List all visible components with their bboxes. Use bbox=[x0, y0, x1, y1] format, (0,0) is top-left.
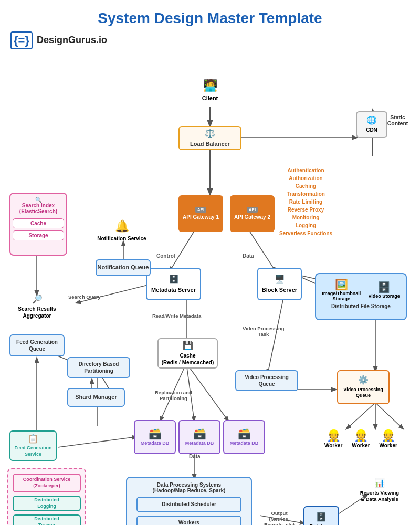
workers-inner-label: Workers bbox=[178, 519, 200, 525]
image-storage-node: 🖼️ Image/Thumbnail Storage bbox=[322, 278, 361, 301]
metadata-server-node: 🗄️ Metadata Server bbox=[146, 268, 201, 300]
client-node: 🧑‍💻 Client bbox=[192, 75, 228, 106]
brand-name: DesignGurus.io bbox=[37, 35, 107, 46]
svg-line-13 bbox=[346, 403, 375, 429]
diagram: 🧑‍💻 Client ⚖️ Load Balancer 🌐 CDN Static… bbox=[0, 54, 420, 525]
load-balancer-node: ⚖️ Load Balancer bbox=[178, 126, 242, 150]
storage-inner: Storage bbox=[13, 230, 64, 240]
brand-bar: {=} DesignGurus.io bbox=[0, 29, 420, 54]
search-results-node: 🔎 Search Results Aggregator bbox=[9, 292, 65, 321]
svg-line-18 bbox=[186, 363, 228, 421]
workers-inner-node: Workers bbox=[136, 516, 242, 525]
block-server-label: Block Server bbox=[262, 286, 297, 293]
metadata-db2-node: 🗃️ Metadata DB bbox=[178, 420, 220, 454]
video-proc-queue2-label: Video Processing Queue bbox=[343, 387, 383, 399]
client-label: Client bbox=[202, 94, 218, 102]
api-gateway-1: API API Gateway 1 bbox=[178, 195, 223, 232]
workers-row: 👷 Worker 👷 Worker 👷 Worker bbox=[324, 429, 397, 448]
feed-gen-queue-node: Feed Generation Queue bbox=[9, 334, 65, 356]
coord-service-node: Coordination Service (Zookeeper) bbox=[13, 474, 81, 492]
shard-manager-node: Shard Manager bbox=[67, 388, 125, 407]
dist-scheduler-node: Distributed Scheduler bbox=[136, 497, 242, 512]
data-label: Data bbox=[243, 253, 254, 259]
metadata-db3-label: Metadata DB bbox=[230, 440, 259, 447]
coord-service-label: Coordination Service (Zookeeper) bbox=[23, 477, 71, 489]
notif-queue-label: Notification Queue bbox=[98, 264, 149, 271]
control-label: Control bbox=[156, 253, 175, 259]
dist-logging-node: Distributed Logging bbox=[13, 496, 81, 511]
video-storage-node: 🗄️ Video Storage bbox=[368, 281, 400, 299]
notif-service-label: Notification Service bbox=[97, 235, 146, 242]
dist-tracing-node: Distributed Tracing bbox=[13, 514, 81, 525]
api-gateway-2: API API Gateway 2 bbox=[230, 195, 275, 232]
notification-service-node: 🔔 Notification Service bbox=[96, 216, 148, 245]
replication-label: Replication and Partitioning bbox=[155, 390, 192, 401]
data-label-dw: Data bbox=[189, 454, 201, 459]
cdn-label: CDN bbox=[366, 127, 377, 133]
search-index-box: 🔍 Search Index (ElasticSearch) Cache Sto… bbox=[9, 193, 67, 256]
data-processing-label: Data Processing Systems (Hadoop/Map Redu… bbox=[131, 482, 247, 494]
static-content-label: Static Content bbox=[381, 114, 415, 127]
cache-inner: Cache bbox=[13, 218, 64, 228]
data-warehouse-box: Data Processing Systems (Hadoop/Map Redu… bbox=[126, 477, 252, 525]
gateway1-label: API Gateway 1 bbox=[183, 214, 219, 220]
gateway2-label: API Gateway 2 bbox=[234, 214, 270, 220]
video-proc-queue2-node: ⚙️ Video Processing Queue bbox=[337, 370, 390, 404]
shard-manager-label: Shard Manager bbox=[75, 393, 117, 401]
svg-line-4 bbox=[170, 227, 197, 271]
search-index-title: 🔍 Search Index (ElasticSearch) bbox=[10, 194, 66, 216]
notification-queue-node: Notification Queue bbox=[96, 259, 151, 276]
metadata-server-label: Metadata Server bbox=[151, 286, 196, 293]
brand-icon: {=} bbox=[10, 32, 33, 49]
dir-based-partitioning-node: Directory Based Partitioning bbox=[67, 357, 130, 378]
block-server-node: 🖥️ Block Server bbox=[257, 268, 302, 300]
metadata-db1-label: Metadata DB bbox=[141, 440, 170, 447]
output-label: Output (Metrics, Reports, etc) bbox=[258, 510, 300, 525]
metadata-db1-node: 🗃️ Metadata DB bbox=[134, 420, 176, 454]
svg-line-15 bbox=[375, 403, 403, 429]
read-write-label: Read/Write Metadata bbox=[152, 313, 201, 319]
infra-services-box: Coordination Service (Zookeeper) Distrib… bbox=[7, 468, 86, 525]
video-proc-queue-node: Video Processing Queue bbox=[235, 370, 298, 391]
metadata-db2-label: Metadata DB bbox=[185, 440, 214, 447]
gateway-features: Authentication Authorization Caching Tra… bbox=[268, 166, 344, 237]
cache-redis-label: Cache (Redis / Memcached) bbox=[162, 352, 214, 366]
worker1: 👷 Worker bbox=[324, 429, 342, 448]
feed-gen-service-label: Feed Generation Service bbox=[14, 445, 51, 457]
video-proc-queue-label: Video Processing Queue bbox=[245, 374, 289, 387]
dist-tracing-label: Distributed Tracing bbox=[34, 516, 59, 525]
dist-file-label: Distributed File Storage bbox=[316, 303, 406, 311]
reports-node: 📊 Reports Viewing & Data Analysis bbox=[351, 474, 408, 508]
load-balancer-label: Load Balancer bbox=[190, 140, 230, 148]
dist-scheduler-label: Distributed Scheduler bbox=[162, 501, 216, 508]
search-results-label: Search Results Aggregator bbox=[18, 306, 56, 319]
worker2: 👷 Worker bbox=[352, 429, 370, 448]
worker3: 👷 Worker bbox=[380, 429, 397, 448]
dist-file-storage-box: 🖼️ Image/Thumbnail Storage 🗄️ Video Stor… bbox=[315, 273, 407, 320]
dir-part-label: Directory Based Partitioning bbox=[79, 361, 119, 374]
page-title: System Design Master Template bbox=[0, 0, 420, 29]
search-query-label: Search Query bbox=[68, 294, 101, 300]
feed-gen-service-node: 📋 Feed Generation Service bbox=[9, 430, 57, 461]
svg-line-24 bbox=[58, 437, 136, 447]
cache-redis-node: 💾 Cache (Redis / Memcached) bbox=[158, 338, 218, 369]
feed-gen-queue-label: Feed Generation Queue bbox=[16, 339, 58, 352]
dist-logging-label: Distributed Logging bbox=[34, 497, 59, 509]
reports-label: Reports Viewing & Data Analysis bbox=[360, 490, 399, 503]
database-node: 🗄️ Database bbox=[303, 506, 339, 525]
video-proc-task-label: Video Processing Task bbox=[243, 326, 285, 337]
metadata-db3-node: 🗃️ Metadata DB bbox=[223, 420, 265, 454]
